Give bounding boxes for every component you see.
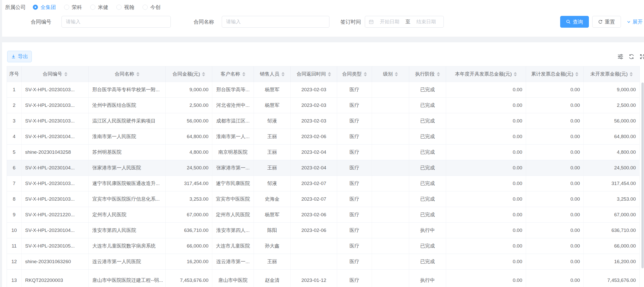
cell-level — [372, 191, 409, 207]
cell-amount: 3,253.00 — [166, 191, 212, 207]
cell-uninvoiced_amount: 24,500.00 — [584, 160, 640, 176]
column-label: 级别 — [383, 71, 393, 77]
sort-carets-icon[interactable] — [64, 72, 67, 76]
cell-salesperson: 王丽 — [254, 129, 291, 145]
company-radio-option-0[interactable]: 全集团 — [33, 4, 56, 11]
table-row-6[interactable]: 6SV-X-HPL-20230104...张家港市第一人民医院24,500.00… — [7, 160, 640, 176]
sort-carets-icon[interactable] — [437, 72, 440, 76]
fullscreen-icon[interactable] — [639, 54, 644, 60]
cell-stage: 已完成 — [409, 176, 446, 191]
table-row-2[interactable]: 2SV-X-HPL-20230103...沧州中西医结合医院2,500.00河北… — [7, 98, 640, 113]
cell-type: 医疗 — [337, 98, 372, 113]
cell-stage: 已完成 — [409, 82, 446, 98]
refresh-icon[interactable] — [628, 54, 635, 60]
sort-carets-icon[interactable] — [575, 72, 578, 76]
cell-amount: 67,000.00 — [166, 207, 212, 223]
column-header-salesperson[interactable]: 销售人员 — [254, 66, 291, 82]
column-header-amount[interactable]: 合同金额(元) — [166, 66, 212, 82]
column-label: 销售人员 — [260, 71, 279, 77]
export-button[interactable]: 导出 — [7, 51, 32, 62]
table-row-3[interactable]: 3SV-X-HPL-20230103...温江区人民医院硬件采购项目56,000… — [7, 113, 640, 129]
column-header-cumulative_invoice_total[interactable]: 累计发票总金额(元) — [526, 66, 584, 82]
cell-stage: 已完成 — [409, 191, 446, 207]
cell-cumulative_invoice_total: 0.00 — [526, 254, 584, 270]
sort-carets-icon[interactable] — [136, 72, 139, 76]
table-row-13[interactable]: 13RKQT202200003唐山市中医院医院迁建工程--弱...7,453,6… — [7, 270, 640, 287]
vertical-scrollbar-thumb[interactable] — [641, 83, 644, 268]
sort-carets-icon[interactable] — [395, 72, 398, 76]
sort-carets-icon[interactable] — [364, 72, 367, 76]
radio-icon — [90, 5, 95, 10]
cell-level — [372, 207, 409, 223]
contract-no-label: 合同编号 — [31, 16, 51, 28]
sort-carets-icon[interactable] — [202, 72, 205, 76]
start-date-placeholder[interactable]: 开始日期 — [375, 18, 404, 25]
cell-contract_no: SV-X-HPL-20230103... — [22, 98, 89, 113]
cell-return_date: 2023-02-07 — [291, 191, 337, 207]
cell-no: 3 — [7, 113, 22, 129]
sort-carets-icon[interactable] — [281, 72, 285, 76]
cell-stage: 已完成 — [409, 254, 446, 270]
cell-amount: 636,710.00 — [166, 223, 212, 238]
sort-carets-icon[interactable] — [328, 72, 331, 76]
cell-salesperson: 邹液 — [254, 113, 291, 129]
cell-stage: 已完成 — [409, 238, 446, 254]
table-row-11[interactable]: 11SV-X-HPL-20230105...大连市儿童医院数字病房系统66,00… — [7, 238, 640, 254]
column-header-customer[interactable]: 客户名称 — [212, 66, 254, 82]
end-date-placeholder[interactable]: 结束日期 — [412, 18, 441, 25]
chevron-down-icon — [627, 20, 631, 24]
cell-no: 5 — [7, 145, 22, 160]
company-radio-option-4[interactable]: 今创 — [143, 4, 160, 11]
cell-uninvoiced_amount: 4,800.00 — [584, 145, 640, 160]
column-header-year_invoice_total[interactable]: 本年度开具发票总金额(元) — [446, 66, 526, 82]
cell-return_date: 2023-02-06 — [291, 223, 337, 238]
cell-return_date: 2023-02-03 — [291, 82, 337, 98]
cell-contract_name: 苏州明基医院 — [89, 145, 166, 160]
cell-return_date: 2023-01-12 — [291, 270, 337, 287]
cell-no: 8 — [7, 191, 22, 207]
table-row-12[interactable]: 12shine-202301063260连云港市第一人民医院16,200.00连… — [7, 254, 640, 270]
table-row-1[interactable]: 1SV-X-HPL-20230103...邢台医学高等专科学校第一附...9,0… — [7, 82, 640, 98]
column-header-contract_name[interactable]: 合同名称 — [89, 66, 166, 82]
cell-customer: 大连市儿童医院 — [212, 238, 254, 254]
cell-no: 7 — [7, 176, 22, 191]
date-separator: 至 — [404, 18, 412, 25]
reset-button[interactable]: 重置 — [592, 16, 621, 28]
company-radio-option-3[interactable]: 视翰 — [116, 4, 134, 11]
sort-carets-icon[interactable] — [630, 72, 633, 76]
cell-contract_name: 唐山市中医院医院迁建工程--弱... — [89, 270, 166, 287]
expand-toggle[interactable]: 展开 — [627, 16, 643, 28]
sign-time-range-picker[interactable]: 开始日期 至 结束日期 — [365, 16, 444, 28]
column-header-type[interactable]: 合同类型 — [337, 66, 372, 82]
sort-carets-icon[interactable] — [514, 72, 517, 76]
sort-carets-icon[interactable] — [242, 72, 245, 76]
cell-return_date: 2023-02-06 — [291, 207, 337, 223]
column-label: 合同编号 — [43, 71, 62, 77]
cell-contract_no: SV-X-HPL-20230105... — [22, 238, 89, 254]
cell-cumulative_invoice_total: 0.00 — [526, 270, 584, 287]
contract-no-input[interactable] — [62, 16, 171, 28]
company-radio-option-1[interactable]: 荣科 — [64, 4, 82, 11]
contract-name-input[interactable] — [222, 16, 329, 28]
company-radio-option-2[interactable]: 米健 — [90, 4, 108, 11]
table-row-10[interactable]: 10SV-X-HPL-20230104...淮安市第四人民医院636,710.0… — [7, 223, 640, 238]
cell-stage: 已完成 — [409, 160, 446, 176]
column-header-level[interactable]: 级别 — [372, 66, 409, 82]
column-header-return_date[interactable]: 合同返回时间 — [291, 66, 337, 82]
table-row-9[interactable]: 9SV-X-HPL-20221220...定州市人民医院67,000.00定州市… — [7, 207, 640, 223]
table-row-8[interactable]: 8SV-X-HPL-20230103...宜宾市中医医院医疗信息化系...3,2… — [7, 191, 640, 207]
table-row-7[interactable]: 7SV-X-HPL-20230103...遂宁市民康医院银医通改造升...317… — [7, 176, 640, 191]
table-row-4[interactable]: 4SV-X-HPL-20230104...淮南市第一人民医院64,800.00淮… — [7, 129, 640, 145]
column-settings-icon[interactable] — [617, 54, 623, 60]
cell-type: 医疗 — [337, 191, 372, 207]
cell-contract_name: 张家港市第一人民医院 — [89, 160, 166, 176]
column-header-contract_no[interactable]: 合同编号 — [22, 66, 89, 82]
column-header-stage[interactable]: 执行阶段 — [409, 66, 446, 82]
cell-return_date: 2023-02-04 — [291, 145, 337, 160]
column-header-uninvoiced_amount[interactable]: 未开发票金额(元) — [584, 66, 640, 82]
cell-type: 医疗 — [337, 223, 372, 238]
cell-no: 4 — [7, 129, 22, 145]
table-row-5[interactable]: 5shine-202301043258苏州明基医院4,800.00南京明基医院王… — [7, 145, 640, 160]
cell-year_invoice_total: 0.00 — [446, 238, 526, 254]
search-button[interactable]: 查询 — [560, 16, 589, 28]
